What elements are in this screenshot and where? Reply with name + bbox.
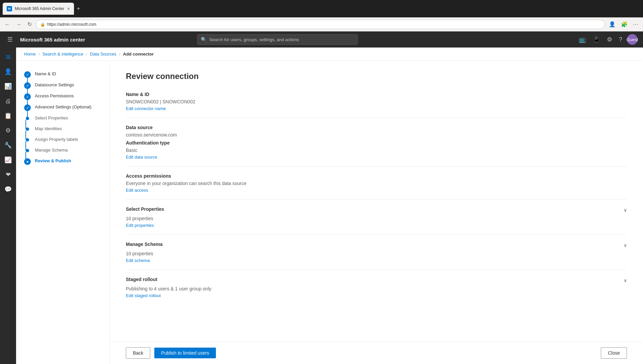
step-label-schema: Manage Schema — [35, 147, 68, 153]
step-assign-labels[interactable]: Assign Property labels — [16, 134, 109, 145]
publish-button[interactable]: Publish to limited users — [154, 348, 216, 358]
step-access[interactable]: ✓ Access Permissions — [16, 91, 109, 102]
edit-access-link[interactable]: Edit access — [126, 188, 148, 193]
step-indicator-schema — [26, 149, 29, 152]
nav-devices[interactable]: 🖨 — [1, 94, 15, 108]
stepper-sidebar: ✓ Name & ID ✓ Datasource Settings ✓ Acce… — [16, 61, 110, 364]
settings-icon[interactable]: ⚙ — [605, 34, 614, 45]
nav-home[interactable]: ⊞ — [1, 50, 15, 64]
tab-bar: M Microsoft 365 Admin Center ✕ + — [3, 3, 83, 15]
breadcrumb: Home › Search & intelligence › Data Sour… — [16, 48, 643, 61]
tab-favicon: M — [7, 6, 12, 11]
step-label-assign: Assign Property labels — [35, 136, 78, 143]
step-datasource[interactable]: ✓ Datasource Settings — [16, 80, 109, 91]
step-select-props[interactable]: Select Properties — [16, 113, 109, 124]
divider-1 — [126, 118, 627, 118]
new-tab-button[interactable]: + — [74, 4, 83, 14]
data-source-value: contoso.servicenow.com — [126, 132, 627, 138]
staged-rollout-value: Publishing to 4 users & 1 user group onl… — [126, 286, 627, 291]
divider-4 — [126, 235, 627, 235]
search-placeholder: Search for users, groups, settings, and … — [209, 37, 299, 42]
step-name-id[interactable]: ✓ Name & ID — [16, 69, 109, 80]
breadcrumb-datasources[interactable]: Data Sources — [90, 52, 116, 57]
nav-icons: 👤 🧩 ⋯ — [607, 19, 640, 29]
tab-close-btn[interactable]: ✕ — [67, 7, 70, 11]
nav-setup[interactable]: 🔧 — [1, 139, 15, 152]
nav-analytics[interactable]: 📊 — [1, 80, 15, 93]
forward-button[interactable]: → — [14, 19, 23, 29]
nav-reports[interactable]: 📋 — [1, 109, 15, 122]
step-label-access: Access Permissions — [35, 93, 74, 99]
section-access-permissions: Access permissions Everyone in your orga… — [126, 173, 627, 193]
section-manage-schema: Manage Schema ∨ 10 properties Edit schem… — [126, 242, 627, 263]
avatar-label: Guest — [627, 37, 638, 42]
select-props-header[interactable]: Select Properties ∨ — [126, 206, 627, 214]
address-bar[interactable]: 🔒 https://admin.microsoft.com — [36, 20, 605, 29]
left-nav: ⊞ 👤 📊 🖨 📋 ⚙ 🔧 📈 ❤ 💬 — [0, 48, 16, 364]
nav-health[interactable]: ❤ — [1, 168, 15, 181]
data-source-label: Data source — [126, 125, 627, 130]
back-button[interactable]: Back — [126, 347, 150, 359]
breadcrumb-sep-1: › — [38, 52, 40, 57]
extensions-btn[interactable]: 🧩 — [619, 19, 630, 29]
chevron-down-icon: ∨ — [624, 207, 627, 213]
breadcrumb-current: Add connector — [123, 52, 154, 57]
breadcrumb-home[interactable]: Home — [24, 52, 36, 57]
staged-rollout-header[interactable]: Staged rollout ∨ — [126, 277, 627, 284]
edit-data-source-link[interactable]: Edit data source — [126, 155, 157, 160]
page-title: Review connection — [126, 72, 627, 81]
nav-support[interactable]: 💬 — [1, 183, 15, 196]
section-name-id: Name & ID SNOWCON002 | SNOWCON002 Edit c… — [126, 92, 627, 111]
help-icon[interactable]: ? — [617, 34, 624, 45]
mobile-icon[interactable]: 📱 — [591, 34, 602, 45]
breadcrumb-sep-2: › — [86, 52, 87, 57]
divider-3 — [126, 199, 627, 200]
edit-properties-link[interactable]: Edit properties — [126, 223, 154, 228]
chevron-down-rollout-icon: ∨ — [624, 278, 627, 283]
refresh-button[interactable]: ↻ — [25, 19, 34, 29]
content-area: Home › Search & intelligence › Data Sour… — [16, 48, 643, 364]
nav-settings[interactable]: ⚙ — [1, 124, 15, 137]
stepper-content: ✓ Name & ID ✓ Datasource Settings ✓ Acce… — [16, 61, 643, 364]
step-indicator-select-props — [26, 117, 29, 120]
more-btn[interactable]: ⋯ — [631, 19, 640, 29]
user-avatar[interactable]: Guest — [627, 34, 638, 45]
main-content: Review connection Name & ID SNOWCON002 |… — [110, 61, 643, 342]
close-button[interactable]: Close — [601, 347, 627, 359]
step-label-name-id: Name & ID — [35, 71, 56, 77]
select-props-count: 10 properties — [126, 216, 627, 221]
step-label-review: Review & Publish — [35, 158, 71, 164]
edit-staged-rollout-link[interactable]: Edit staged rollout — [126, 293, 161, 298]
divider-5 — [126, 270, 627, 270]
hamburger-menu[interactable]: ☰ — [5, 34, 15, 45]
app-header: ☰ Microsoft 365 admin center 🔍 Search fo… — [0, 31, 643, 48]
address-text: https://admin.microsoft.com — [47, 22, 96, 27]
step-manage-schema[interactable]: Manage Schema — [16, 145, 109, 156]
page-footer: Back Publish to limited users Close — [110, 342, 643, 364]
nav-insights[interactable]: 📈 — [1, 153, 15, 167]
edit-connector-name-link[interactable]: Edit connector name — [126, 106, 166, 111]
step-indicator-assign — [26, 138, 29, 142]
step-map-identities[interactable]: Map Identities — [16, 124, 109, 134]
manage-schema-header[interactable]: Manage Schema ∨ — [126, 242, 627, 249]
step-indicator-datasource: ✓ — [24, 82, 31, 89]
access-perm-value: Everyone in your organization can search… — [126, 181, 627, 186]
step-label-select-props: Select Properties — [35, 115, 68, 121]
section-staged-rollout: Staged rollout ∨ Publishing to 4 users &… — [126, 277, 627, 298]
header-search[interactable]: 🔍 Search for users, groups, settings, an… — [197, 34, 358, 45]
profile-btn[interactable]: 👤 — [607, 19, 618, 29]
active-tab[interactable]: M Microsoft 365 Admin Center ✕ — [3, 3, 74, 15]
step-advanced[interactable]: ✓ Advanced Settings (Optional) — [16, 102, 109, 113]
step-review-publish[interactable]: ● Review & Publish — [16, 156, 109, 167]
nav-users[interactable]: 👤 — [1, 65, 15, 78]
auth-type-value: Basic — [126, 148, 627, 153]
step-label-advanced: Advanced Settings (Optional) — [35, 104, 91, 110]
display-icon[interactable]: 📺 — [577, 34, 588, 45]
auth-type-label: Authentication type — [126, 140, 627, 146]
step-indicator-advanced: ✓ — [24, 104, 31, 111]
breadcrumb-search[interactable]: Search & intelligence — [43, 52, 83, 57]
edit-schema-link[interactable]: Edit schema — [126, 258, 150, 263]
nav-bar: ← → ↻ 🔒 https://admin.microsoft.com 👤 🧩 … — [0, 17, 643, 31]
back-button[interactable]: ← — [3, 19, 12, 29]
tab-title: Microsoft 365 Admin Center — [15, 6, 64, 11]
